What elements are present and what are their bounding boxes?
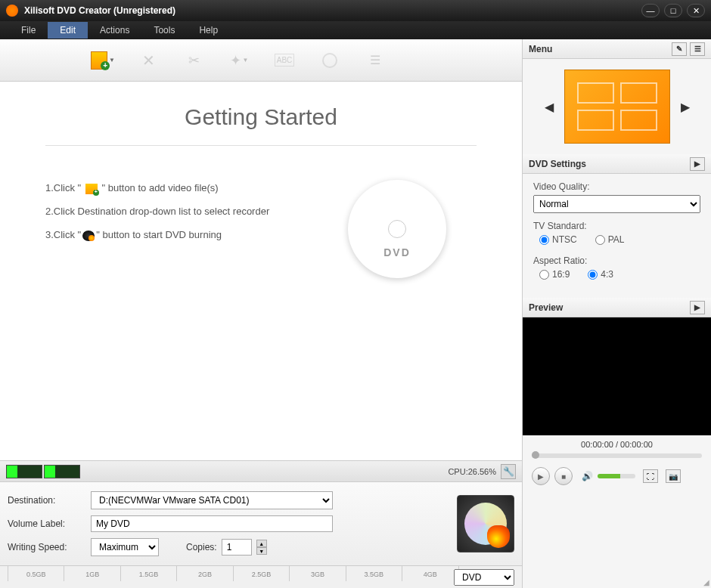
copies-input[interactable] [222, 539, 252, 556]
cpu-usage-label: CPU:26.56% [448, 467, 496, 476]
play-button[interactable]: ▶ [532, 467, 550, 485]
cpu-meter-1 [6, 465, 42, 478]
sparkle-icon: ✦ [230, 52, 241, 69]
cut-button[interactable]: ✂ [182, 48, 206, 73]
chevron-right-icon: ▶ [694, 303, 700, 311]
settings-button[interactable]: 🔧 [501, 464, 516, 479]
dvd-type-select[interactable]: DVD [454, 569, 514, 586]
chevron-down-icon: ▼ [109, 57, 115, 63]
video-quality-label: Video Quality: [533, 181, 700, 192]
prev-template-button[interactable]: ◀ [542, 97, 557, 117]
divider [45, 145, 477, 146]
menu-help[interactable]: Help [187, 22, 230, 39]
fullscreen-button[interactable]: ⛶ [643, 469, 658, 483]
app-logo-icon [6, 5, 18, 17]
writing-speed-label: Writing Speed: [8, 542, 83, 552]
preview-video-area [523, 317, 711, 435]
stop-button[interactable]: ■ [554, 467, 573, 485]
statusbar: CPU:26.56% 🔧 [0, 460, 522, 481]
settings-panel-header: DVD Settings ▶ [523, 154, 711, 174]
aspect-ratio-label: Aspect Ratio: [533, 255, 700, 266]
time-display: 00:00:00 / 00:00:00 [523, 435, 711, 453]
volume-icon: 🔊 [582, 471, 593, 481]
maximize-button[interactable]: □ [664, 4, 682, 17]
chevron-right-icon: ▶ [694, 159, 700, 168]
chevron-down-icon: ▼ [243, 57, 249, 63]
capacity-ruler: 0.5GB 1GB 1.5GB 2GB 2.5GB 3GB 3.5GB 4GB … [0, 565, 522, 588]
resize-grip-icon[interactable]: ◢ [703, 578, 709, 586]
add-video-inline-icon [85, 184, 98, 194]
list-icon: ☰ [370, 53, 380, 67]
page-title: Getting Started [45, 104, 477, 130]
expand-preview-button[interactable]: ▶ [690, 301, 705, 314]
player-controls: ▶ ■ 🔊 ⛶ 📷 [523, 464, 711, 493]
menu-actions[interactable]: Actions [88, 22, 141, 39]
video-quality-select[interactable]: Normal [533, 195, 700, 213]
expand-settings-button[interactable]: ▶ [690, 157, 705, 171]
delete-button[interactable]: ✕ [136, 48, 160, 73]
copies-down-button[interactable]: ▼ [256, 547, 267, 555]
copies-label: Copies: [186, 542, 217, 552]
subtitle-button[interactable]: ABC [272, 48, 297, 73]
copies-up-button[interactable]: ▲ [256, 540, 267, 547]
content-area: Getting Started 1.Click " " button to ad… [0, 82, 522, 460]
titlebar: Xilisoft DVD Creator (Unregistered) — □ … [0, 0, 711, 21]
writing-speed-select[interactable]: Maximum [91, 538, 159, 556]
disc-icon [322, 53, 337, 68]
effects-button[interactable]: ✦▼ [227, 48, 251, 73]
list-icon: ☰ [694, 45, 701, 53]
ar-169-radio[interactable]: 16:9 [539, 269, 570, 280]
window-title: Xilisoft DVD Creator (Unregistered) [24, 5, 641, 16]
disc-button[interactable] [318, 48, 342, 73]
menu-list-button[interactable]: ☰ [690, 42, 705, 56]
menu-template-preview: ◀ ▶ [523, 59, 711, 154]
burn-button[interactable] [457, 495, 514, 552]
menu-edit[interactable]: Edit [48, 22, 88, 39]
destination-select[interactable]: D:(NECVMWar VMware SATA CD01) [91, 491, 333, 509]
snapshot-button[interactable]: 📷 [666, 469, 681, 483]
minimize-button[interactable]: — [641, 4, 660, 17]
edit-menu-button[interactable]: ✎ [672, 42, 687, 56]
menubar: File Edit Actions Tools Help [0, 21, 711, 39]
abc-icon: ABC [275, 54, 295, 67]
play-icon: ▶ [538, 472, 544, 481]
dvd-disc-illustration: DVD [348, 180, 446, 278]
menu-tools[interactable]: Tools [141, 22, 187, 39]
add-video-icon [91, 51, 107, 70]
ar-43-radio[interactable]: 4:3 [588, 269, 613, 280]
next-template-button[interactable]: ▶ [678, 97, 693, 117]
cpu-meter-2 [44, 465, 80, 478]
fullscreen-icon: ⛶ [647, 472, 654, 481]
scissors-icon: ✂ [188, 52, 200, 69]
volume-label-input[interactable] [91, 515, 333, 532]
stop-icon: ■ [561, 472, 566, 481]
volume-slider[interactable] [598, 474, 635, 478]
ntsc-radio[interactable]: NTSC [539, 234, 577, 245]
burn-inline-icon [82, 231, 95, 241]
delete-icon: ✕ [142, 51, 155, 70]
pal-radio[interactable]: PAL [595, 234, 625, 245]
template-thumbnail[interactable] [564, 70, 670, 144]
toolbar: ▼ ✕ ✂ ✦▼ ABC ☰ [0, 39, 522, 82]
destination-label: Destination: [8, 495, 83, 506]
dvd-settings: Video Quality: Normal TV Standard: NTSC … [523, 174, 711, 298]
wrench-icon: 🔧 [503, 466, 514, 477]
preview-panel-header: Preview ▶ [523, 298, 711, 317]
close-button[interactable]: ✕ [687, 4, 705, 17]
properties-button[interactable]: ☰ [363, 48, 387, 73]
cpu-meters [6, 465, 80, 478]
add-video-button[interactable]: ▼ [91, 48, 115, 73]
burn-settings: Destination: D:(NECVMWar VMware SATA CD0… [0, 481, 522, 565]
menu-panel-header: Menu ✎ ☰ [523, 39, 711, 59]
seek-slider[interactable] [532, 453, 702, 458]
camera-icon: 📷 [669, 472, 678, 481]
burn-flame-icon [464, 503, 507, 545]
volume-label-label: Volume Label: [8, 518, 83, 529]
edit-icon: ✎ [676, 45, 682, 53]
menu-file[interactable]: File [9, 22, 48, 39]
tv-standard-label: TV Standard: [533, 221, 700, 231]
